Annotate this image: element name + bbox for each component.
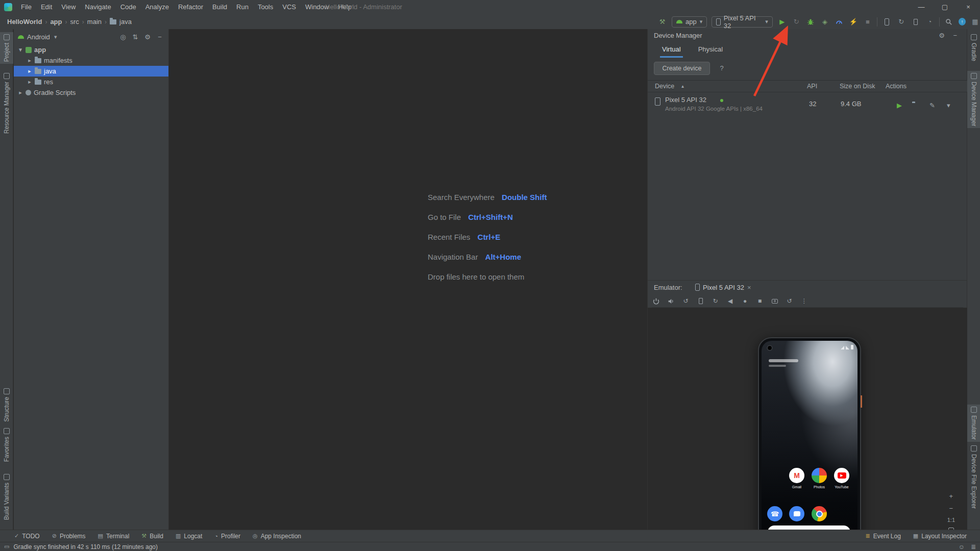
tree-node-java[interactable]: ▸ java <box>14 66 168 77</box>
volume-button[interactable] <box>667 297 675 306</box>
device-row-pixel5[interactable]: Pixel 5 API 32 Android API 32 Google API… <box>648 92 967 120</box>
tab-physical[interactable]: Physical <box>696 42 725 58</box>
rotate-left-button[interactable]: ↺ <box>681 297 690 306</box>
tool-button-profiler[interactable]: ◔ Profiler <box>214 533 240 540</box>
create-device-button[interactable]: Create device <box>654 62 710 75</box>
column-size-on-disk[interactable]: Size on Disk <box>840 81 875 92</box>
tree-node-manifests[interactable]: ▸ manifests <box>14 55 168 66</box>
menu-refactor[interactable]: Refactor <box>174 0 208 14</box>
column-device[interactable]: Device <box>655 81 674 92</box>
indent-status-icon[interactable]: ≣ <box>971 543 976 550</box>
chrome-app-icon[interactable] <box>812 506 827 521</box>
profile-app-button[interactable] <box>835 17 844 27</box>
expand-arrow-icon[interactable]: ▸ <box>27 79 32 85</box>
minimize-button[interactable]: — <box>910 0 933 14</box>
breadcrumb-main[interactable]: main <box>87 18 102 26</box>
sdk-manager-icon[interactable] <box>911 17 920 27</box>
tree-node-res[interactable]: ▸ res <box>14 77 168 87</box>
home-button[interactable]: ● <box>741 297 749 306</box>
breadcrumb-src[interactable]: src <box>70 18 79 26</box>
device-manager-icon[interactable] <box>882 17 892 27</box>
expand-arrow-icon[interactable]: ▸ <box>27 57 32 64</box>
run-configuration-select[interactable]: app ▾ <box>672 16 707 28</box>
overview-button[interactable]: ■ <box>755 297 764 306</box>
panel-settings-gear-icon[interactable]: ⚙ <box>143 33 152 41</box>
back-button[interactable]: ◀ <box>726 297 734 306</box>
tool-button-device-manager[interactable]: Device Manager <box>967 71 980 128</box>
maximize-button[interactable]: ▢ <box>933 0 957 14</box>
expand-arrow-icon[interactable]: ▾ <box>18 46 23 53</box>
help-button[interactable]: ? <box>715 62 728 75</box>
tool-button-todo[interactable]: ✓ TODO <box>14 533 40 540</box>
tool-button-gradle[interactable]: Gradle <box>967 32 980 63</box>
run-button[interactable]: ▶ <box>777 17 787 27</box>
breadcrumb-app[interactable]: app <box>50 18 62 26</box>
edit-device-button[interactable]: ✎ <box>929 102 935 109</box>
tab-virtual[interactable]: Virtual <box>660 42 683 58</box>
emulator-tab-pixel5[interactable]: Pixel 5 API 32 × <box>692 282 755 293</box>
phone-app-icon[interactable]: ☎ <box>767 506 782 521</box>
photos-app-icon[interactable] <box>812 468 827 483</box>
close-button[interactable]: × <box>957 0 980 14</box>
screenshot-button[interactable] <box>770 297 779 306</box>
hide-panel-icon[interactable]: − <box>953 29 957 42</box>
menu-view[interactable]: View <box>57 0 80 14</box>
run-with-coverage-icon[interactable]: ◈ <box>820 17 830 27</box>
snapshots-button[interactable]: ↺ <box>785 297 794 306</box>
tool-button-event-log[interactable]: ≣ Event Log <box>866 533 901 540</box>
zoom-out-button[interactable]: − <box>949 505 953 512</box>
menu-edit[interactable]: Edit <box>36 0 57 14</box>
menu-analyze[interactable]: Analyze <box>141 0 174 14</box>
feedback-smiley-icon[interactable]: ☺ <box>959 543 965 550</box>
tool-button-device-file-explorer[interactable]: Device File Explorer <box>967 443 980 511</box>
stop-button[interactable]: ■ <box>863 17 872 27</box>
tool-button-resource-manager[interactable]: Resource Manager <box>0 71 13 136</box>
menu-file[interactable]: File <box>16 0 36 14</box>
locate-file-icon[interactable]: ◎ <box>118 33 128 41</box>
tool-button-structure[interactable]: Structure <box>0 386 13 424</box>
tool-button-layout-inspector[interactable]: ▦ Layout Inspector <box>913 533 967 540</box>
breadcrumb-project[interactable]: HelloWorld <box>7 18 42 26</box>
breadcrumb-java[interactable]: java <box>119 18 132 26</box>
fold-button[interactable] <box>696 297 705 306</box>
tree-node-app[interactable]: ▾ app <box>14 44 168 55</box>
menu-code[interactable]: Code <box>116 0 141 14</box>
avd-manager-icon[interactable]: ◔ <box>925 17 935 27</box>
apply-changes-icon[interactable]: ↻ <box>792 17 801 27</box>
tool-button-problems[interactable]: ⊘ Problems <box>52 533 86 540</box>
panel-settings-gear-icon[interactable]: ⚙ <box>939 29 945 42</box>
status-message[interactable]: Gradle sync finished in 42 s 110 ms (12 … <box>13 543 158 550</box>
expand-arrow-icon[interactable]: ▸ <box>27 68 32 74</box>
search-everywhere-icon[interactable] <box>944 17 954 27</box>
window-layout-icon[interactable]: ▦ <box>970 17 980 27</box>
gmail-app-icon[interactable]: M <box>789 468 804 483</box>
zoom-in-button[interactable]: + <box>949 492 953 500</box>
youtube-app-icon[interactable]: ▶ <box>834 468 849 483</box>
column-api[interactable]: API <box>807 81 817 92</box>
menu-run[interactable]: Run <box>232 0 253 14</box>
device-more-button[interactable]: ▾ <box>947 102 950 109</box>
phone-screen[interactable]: M ▶ Gmail Photos YouTube ☎ G <box>762 341 857 550</box>
menu-tools[interactable]: Tools <box>253 0 278 14</box>
menu-vcs[interactable]: VCS <box>278 0 301 14</box>
power-button[interactable] <box>652 297 660 306</box>
expand-arrow-icon[interactable]: ▸ <box>18 89 23 96</box>
tool-button-project[interactable]: Project <box>0 32 13 64</box>
rotate-right-button[interactable]: ↻ <box>711 297 720 306</box>
menu-build[interactable]: Build <box>208 0 232 14</box>
debug-button[interactable] <box>806 17 816 27</box>
tool-button-logcat[interactable]: ▥ Logcat <box>176 533 202 540</box>
tree-node-gradle-scripts[interactable]: ▸ Gradle Scripts <box>14 87 168 98</box>
sync-project-icon[interactable]: ↻ <box>896 17 906 27</box>
tool-button-app-inspection[interactable]: ◎ App Inspection <box>253 533 301 540</box>
menu-navigate[interactable]: Navigate <box>80 0 115 14</box>
tool-button-favorites[interactable]: Favorites <box>0 426 13 464</box>
emulator-more-button[interactable]: ⋮ <box>800 297 808 306</box>
launch-device-button[interactable]: ▶ <box>897 102 902 109</box>
messages-app-icon[interactable] <box>789 506 804 521</box>
attach-debugger-icon[interactable]: ⚡ <box>848 17 858 27</box>
tool-button-build[interactable]: ⚒ Build <box>141 533 163 540</box>
tool-button-emulator[interactable]: Emulator <box>967 405 980 442</box>
close-tab-icon[interactable]: × <box>747 284 751 291</box>
expand-collapse-icon[interactable]: ⇅ <box>131 33 140 41</box>
